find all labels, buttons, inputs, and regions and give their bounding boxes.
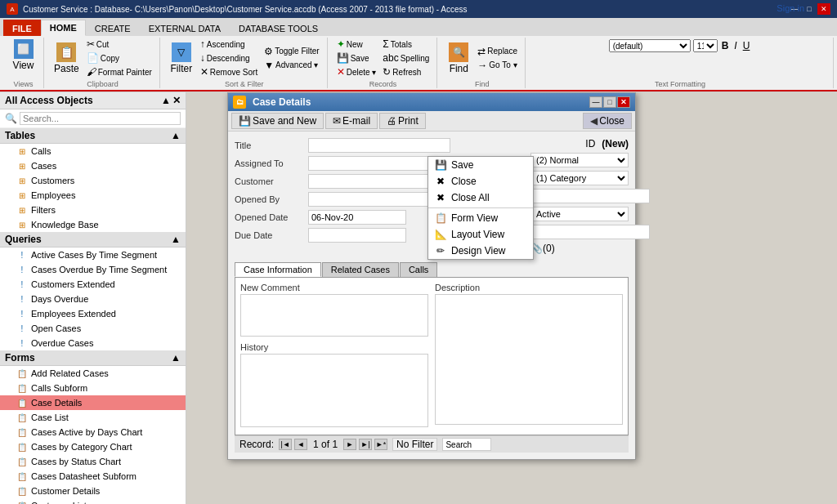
delete-btn[interactable]: ✕ Delete ▾ — [334, 65, 379, 78]
search-input[interactable] — [20, 112, 181, 125]
tab-external[interactable]: EXTERNAL DATA — [140, 20, 230, 36]
email-btn[interactable]: ✉ E-mail — [325, 113, 378, 129]
dropdown-layout-view[interactable]: 📐 Layout View — [428, 226, 533, 243]
dialog-restore-btn[interactable]: □ — [603, 96, 616, 108]
toggle-filter-btn[interactable]: ⚙ Toggle Filter — [262, 45, 321, 58]
priority-select[interactable]: (2) Normal — [530, 153, 629, 167]
app-close-btn[interactable]: ✕ — [817, 3, 830, 15]
cut-btn[interactable]: ✂ Cut — [84, 38, 154, 51]
sidebar-item[interactable]: 📋Cases Active by Days Chart — [0, 425, 186, 439]
next-record-btn[interactable]: ► — [343, 439, 356, 450]
last-record-btn[interactable]: ►| — [359, 439, 372, 450]
sidebar-item[interactable]: !Open Cases — [0, 321, 186, 336]
history-textarea[interactable] — [240, 354, 428, 427]
tab-dbtools[interactable]: DATABASE TOOLS — [230, 20, 327, 36]
totals-btn[interactable]: Σ Totals — [380, 38, 432, 51]
search-input-bar[interactable] — [442, 438, 491, 451]
tables-section-header[interactable]: Tables ▲ — [0, 128, 186, 144]
restore-btn[interactable]: □ — [803, 3, 816, 15]
sidebar-section-queries: Queries ▲ !Active Cases By Time Segment … — [0, 232, 186, 350]
new-record-nav-btn[interactable]: ►* — [374, 439, 387, 450]
dropdown-design-view[interactable]: ✏ Design View — [428, 243, 533, 259]
description-textarea[interactable] — [435, 294, 623, 425]
goto-btn[interactable]: → Go To ▾ — [475, 59, 520, 72]
sidebar-item[interactable]: !Customers Extended — [0, 277, 186, 292]
tab-related-cases[interactable]: Related Cases — [322, 262, 399, 277]
print-btn[interactable]: 🖨 Print — [379, 113, 426, 129]
sidebar-item[interactable]: !Days Overdue — [0, 292, 186, 306]
first-record-btn[interactable]: |◄ — [279, 439, 292, 450]
sidebar-item[interactable]: 📋Cases Datasheet Subform — [0, 469, 186, 484]
sidebar-item[interactable]: 📋Customer List — [0, 498, 186, 504]
ascending-btn[interactable]: ↑ Ascending — [198, 38, 260, 51]
sidebar-item[interactable]: 📋Calls Subform — [0, 381, 186, 395]
sidebar-item[interactable]: 📋Case List — [0, 410, 186, 425]
dropdown-close-all[interactable]: ✖ Close All — [428, 190, 533, 206]
underline-btn[interactable]: U — [741, 40, 752, 51]
bold-btn[interactable]: B — [720, 40, 731, 51]
kb-input[interactable] — [530, 189, 650, 203]
dialog-close-btn[interactable]: ✕ — [617, 96, 630, 108]
view-btn[interactable]: ⬜ View — [9, 38, 38, 73]
sidebar-item[interactable]: !Overdue Cases — [0, 336, 186, 350]
sidebar-item[interactable]: ⊞Calls — [0, 144, 186, 158]
dropdown-form-view[interactable]: 📋 Form View — [428, 210, 533, 226]
queries-section-header[interactable]: Queries ▲ — [0, 232, 186, 248]
save-btn[interactable]: 💾 Save — [334, 51, 379, 65]
tab-case-info[interactable]: Case Information — [235, 262, 321, 277]
sidebar-close-icon[interactable]: ✕ — [172, 95, 181, 106]
tab-calls[interactable]: Calls — [400, 262, 437, 277]
due-date-input[interactable] — [308, 228, 406, 243]
opened-date-input[interactable] — [308, 210, 406, 225]
sidebar-item[interactable]: !Employees Extended — [0, 306, 186, 321]
sort-col: ↑ Ascending ↓ Descending ✕ Remove Sort — [198, 38, 260, 78]
tab-home[interactable]: HOME — [41, 20, 86, 36]
category-select[interactable]: (1) Category — [530, 171, 629, 185]
replace-btn[interactable]: ⇄ Replace — [475, 45, 520, 58]
refresh-btn[interactable]: ↻ Refresh — [380, 65, 432, 78]
new-comment-textarea[interactable] — [240, 294, 428, 337]
dropdown-save[interactable]: 💾 Save — [428, 157, 533, 173]
sidebar-item[interactable]: ⊞Cases — [0, 158, 186, 173]
status-select[interactable]: Active — [530, 207, 629, 221]
dropdown-close[interactable]: ✖ Close — [428, 173, 533, 190]
sidebar-item[interactable]: 📋Cases by Category Chart — [0, 439, 186, 454]
font-size-select[interactable]: 11 — [693, 39, 718, 52]
copy-btn[interactable]: 📄 Copy — [84, 51, 154, 65]
sidebar-item[interactable]: ⊞Filters — [0, 203, 186, 217]
sidebar-item[interactable]: ⊞Customers — [0, 173, 186, 188]
advanced-btn[interactable]: ▼ Advanced ▾ — [262, 59, 321, 72]
filter-btn[interactable]: ▽ Filter — [167, 41, 196, 76]
sidebar-item[interactable]: !Active Cases By Time Segment — [0, 248, 186, 262]
prev-record-btn[interactable]: ◄ — [294, 439, 307, 450]
spelling-btn[interactable]: abc Spelling — [380, 51, 432, 65]
dialog-minimize-btn[interactable]: — — [589, 96, 602, 108]
resolved-date-input[interactable] — [530, 225, 650, 239]
sidebar-item[interactable]: 📋Add Related Cases — [0, 366, 186, 381]
sidebar-up-icon[interactable]: ▲ — [161, 95, 171, 106]
close-form-btn[interactable]: ◀ Close — [583, 113, 632, 129]
italic-btn[interactable]: I — [732, 40, 738, 51]
format-painter-btn[interactable]: 🖌 Format Painter — [84, 65, 154, 78]
tab-create[interactable]: CREATE — [86, 20, 140, 36]
forms-section-header[interactable]: Forms ▲ — [0, 350, 186, 366]
find-btn[interactable]: 🔍 Find — [444, 41, 473, 76]
save-new-btn[interactable]: 💾 Save and New — [231, 113, 324, 129]
no-filter-badge[interactable]: No Filter — [392, 438, 437, 451]
sidebar-item-case-details[interactable]: 📋Case Details — [0, 395, 186, 410]
remove-sort-btn[interactable]: ✕ Remove Sort — [198, 65, 260, 78]
sidebar-item[interactable]: ⊞Employees — [0, 188, 186, 203]
sidebar-search[interactable]: 🔍 — [0, 109, 186, 128]
descending-btn[interactable]: ↓ Descending — [198, 51, 260, 65]
new-record-btn[interactable]: ✦ New — [334, 38, 379, 51]
title-input[interactable] — [308, 138, 450, 153]
sidebar-item[interactable]: ⊞Knowledge Base — [0, 217, 186, 232]
find-col: ⇄ Replace → Go To ▾ — [475, 45, 520, 72]
tab-file[interactable]: FILE — [3, 20, 41, 36]
font-select[interactable]: (default) — [609, 39, 691, 52]
sidebar-item[interactable]: 📋Customer Details — [0, 484, 186, 498]
sidebar-item[interactable]: !Cases Overdue By Time Segment — [0, 262, 186, 277]
sign-in-link[interactable]: Sign in — [777, 3, 804, 13]
paste-btn[interactable]: 📋 Paste — [51, 41, 83, 76]
sidebar-item[interactable]: 📋Cases by Status Chart — [0, 454, 186, 469]
